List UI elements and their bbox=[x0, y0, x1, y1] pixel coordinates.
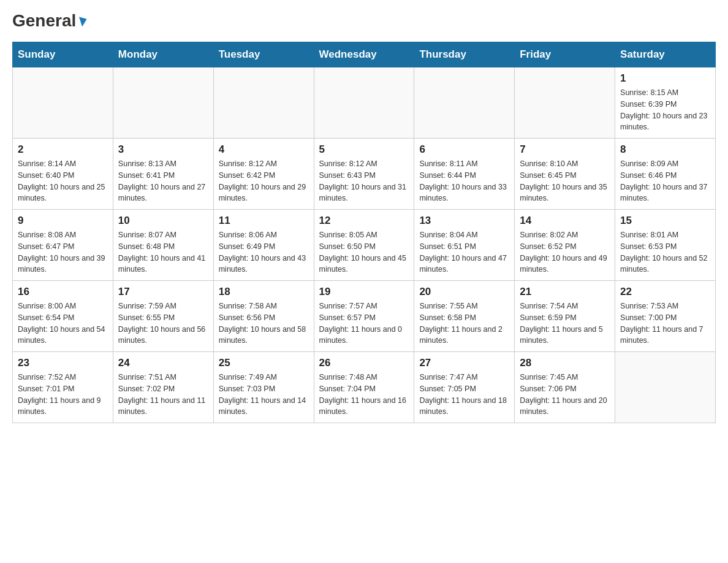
day-info: Sunrise: 8:13 AMSunset: 6:41 PMDaylight:… bbox=[118, 158, 208, 204]
day-number: 22 bbox=[620, 286, 710, 298]
calendar-week-2: 2Sunrise: 8:14 AMSunset: 6:40 PMDaylight… bbox=[13, 139, 716, 210]
calendar-cell: 1Sunrise: 8:15 AMSunset: 6:39 PMDaylight… bbox=[615, 67, 716, 139]
calendar-cell: 25Sunrise: 7:49 AMSunset: 7:03 PMDayligh… bbox=[213, 352, 314, 423]
day-number: 10 bbox=[118, 215, 208, 227]
day-info: Sunrise: 8:15 AMSunset: 6:39 PMDaylight:… bbox=[620, 87, 710, 133]
weekday-thursday: Thursday bbox=[414, 42, 515, 67]
calendar-cell: 28Sunrise: 7:45 AMSunset: 7:06 PMDayligh… bbox=[515, 352, 615, 423]
calendar-cell bbox=[515, 67, 615, 139]
day-number: 4 bbox=[219, 144, 309, 156]
day-info: Sunrise: 8:07 AMSunset: 6:48 PMDaylight:… bbox=[118, 229, 208, 275]
day-info: Sunrise: 8:04 AMSunset: 6:51 PMDaylight:… bbox=[419, 229, 509, 275]
calendar-cell bbox=[113, 67, 213, 139]
calendar-week-3: 9Sunrise: 8:08 AMSunset: 6:47 PMDaylight… bbox=[13, 210, 716, 281]
calendar-cell: 23Sunrise: 7:52 AMSunset: 7:01 PMDayligh… bbox=[13, 352, 113, 423]
logo-general-text: General bbox=[12, 12, 86, 29]
day-number: 18 bbox=[219, 286, 309, 298]
calendar-cell: 19Sunrise: 7:57 AMSunset: 6:57 PMDayligh… bbox=[314, 281, 414, 352]
day-number: 8 bbox=[620, 144, 710, 156]
day-number: 21 bbox=[520, 286, 610, 298]
day-info: Sunrise: 7:53 AMSunset: 7:00 PMDaylight:… bbox=[620, 301, 710, 347]
logo-triangle-icon bbox=[77, 17, 87, 27]
weekday-header-row: SundayMondayTuesdayWednesdayThursdayFrid… bbox=[13, 42, 716, 67]
weekday-wednesday: Wednesday bbox=[314, 42, 414, 67]
calendar-cell: 20Sunrise: 7:55 AMSunset: 6:58 PMDayligh… bbox=[414, 281, 515, 352]
page-header: General bbox=[12, 12, 716, 29]
day-info: Sunrise: 7:59 AMSunset: 6:55 PMDaylight:… bbox=[118, 301, 208, 347]
calendar-week-1: 1Sunrise: 8:15 AMSunset: 6:39 PMDaylight… bbox=[13, 67, 716, 139]
calendar-cell: 4Sunrise: 8:12 AMSunset: 6:42 PMDaylight… bbox=[213, 139, 314, 210]
calendar-table: SundayMondayTuesdayWednesdayThursdayFrid… bbox=[12, 42, 716, 423]
weekday-sunday: Sunday bbox=[13, 42, 113, 67]
day-number: 2 bbox=[18, 144, 108, 156]
day-number: 28 bbox=[520, 357, 610, 369]
calendar-cell: 17Sunrise: 7:59 AMSunset: 6:55 PMDayligh… bbox=[113, 281, 213, 352]
day-number: 26 bbox=[319, 357, 409, 369]
day-info: Sunrise: 7:52 AMSunset: 7:01 PMDaylight:… bbox=[18, 372, 108, 418]
day-number: 14 bbox=[520, 215, 610, 227]
day-info: Sunrise: 8:08 AMSunset: 6:47 PMDaylight:… bbox=[18, 229, 108, 275]
day-number: 17 bbox=[118, 286, 208, 298]
day-info: Sunrise: 8:01 AMSunset: 6:53 PMDaylight:… bbox=[620, 229, 710, 275]
day-info: Sunrise: 8:14 AMSunset: 6:40 PMDaylight:… bbox=[18, 158, 108, 204]
day-number: 11 bbox=[219, 215, 309, 227]
calendar-cell: 10Sunrise: 8:07 AMSunset: 6:48 PMDayligh… bbox=[113, 210, 213, 281]
day-info: Sunrise: 7:48 AMSunset: 7:04 PMDaylight:… bbox=[319, 372, 409, 418]
calendar-header: SundayMondayTuesdayWednesdayThursdayFrid… bbox=[13, 42, 716, 67]
calendar-cell: 2Sunrise: 8:14 AMSunset: 6:40 PMDaylight… bbox=[13, 139, 113, 210]
weekday-tuesday: Tuesday bbox=[213, 42, 314, 67]
calendar-cell: 16Sunrise: 8:00 AMSunset: 6:54 PMDayligh… bbox=[13, 281, 113, 352]
day-number: 19 bbox=[319, 286, 409, 298]
calendar-cell: 9Sunrise: 8:08 AMSunset: 6:47 PMDaylight… bbox=[13, 210, 113, 281]
calendar-cell: 3Sunrise: 8:13 AMSunset: 6:41 PMDaylight… bbox=[113, 139, 213, 210]
day-number: 20 bbox=[419, 286, 509, 298]
day-info: Sunrise: 8:05 AMSunset: 6:50 PMDaylight:… bbox=[319, 229, 409, 275]
day-info: Sunrise: 8:12 AMSunset: 6:43 PMDaylight:… bbox=[319, 158, 409, 204]
calendar-cell: 7Sunrise: 8:10 AMSunset: 6:45 PMDaylight… bbox=[515, 139, 615, 210]
day-number: 23 bbox=[18, 357, 108, 369]
calendar-cell: 27Sunrise: 7:47 AMSunset: 7:05 PMDayligh… bbox=[414, 352, 515, 423]
day-info: Sunrise: 7:54 AMSunset: 6:59 PMDaylight:… bbox=[520, 301, 610, 347]
calendar-cell bbox=[314, 67, 414, 139]
calendar-cell: 8Sunrise: 8:09 AMSunset: 6:46 PMDaylight… bbox=[615, 139, 716, 210]
day-number: 5 bbox=[319, 144, 409, 156]
calendar-body: 1Sunrise: 8:15 AMSunset: 6:39 PMDaylight… bbox=[13, 67, 716, 423]
calendar-cell: 11Sunrise: 8:06 AMSunset: 6:49 PMDayligh… bbox=[213, 210, 314, 281]
day-info: Sunrise: 7:47 AMSunset: 7:05 PMDaylight:… bbox=[419, 372, 509, 418]
day-info: Sunrise: 7:51 AMSunset: 7:02 PMDaylight:… bbox=[118, 372, 208, 418]
calendar-cell: 15Sunrise: 8:01 AMSunset: 6:53 PMDayligh… bbox=[615, 210, 716, 281]
calendar-cell: 22Sunrise: 7:53 AMSunset: 7:00 PMDayligh… bbox=[615, 281, 716, 352]
day-info: Sunrise: 8:06 AMSunset: 6:49 PMDaylight:… bbox=[219, 229, 309, 275]
calendar-cell: 13Sunrise: 8:04 AMSunset: 6:51 PMDayligh… bbox=[414, 210, 515, 281]
calendar-week-4: 16Sunrise: 8:00 AMSunset: 6:54 PMDayligh… bbox=[13, 281, 716, 352]
logo: General bbox=[12, 12, 86, 29]
day-number: 27 bbox=[419, 357, 509, 369]
day-info: Sunrise: 7:49 AMSunset: 7:03 PMDaylight:… bbox=[219, 372, 309, 418]
day-number: 12 bbox=[319, 215, 409, 227]
calendar-cell bbox=[13, 67, 113, 139]
weekday-saturday: Saturday bbox=[615, 42, 716, 67]
calendar-cell bbox=[615, 352, 716, 423]
day-number: 15 bbox=[620, 215, 710, 227]
day-info: Sunrise: 8:12 AMSunset: 6:42 PMDaylight:… bbox=[219, 158, 309, 204]
day-info: Sunrise: 8:09 AMSunset: 6:46 PMDaylight:… bbox=[620, 158, 710, 204]
weekday-friday: Friday bbox=[515, 42, 615, 67]
day-number: 1 bbox=[620, 72, 710, 85]
day-info: Sunrise: 7:45 AMSunset: 7:06 PMDaylight:… bbox=[520, 372, 610, 418]
day-number: 9 bbox=[18, 215, 108, 227]
day-number: 25 bbox=[219, 357, 309, 369]
day-info: Sunrise: 7:58 AMSunset: 6:56 PMDaylight:… bbox=[219, 301, 309, 347]
calendar-week-5: 23Sunrise: 7:52 AMSunset: 7:01 PMDayligh… bbox=[13, 352, 716, 423]
calendar-cell bbox=[213, 67, 314, 139]
calendar-cell: 5Sunrise: 8:12 AMSunset: 6:43 PMDaylight… bbox=[314, 139, 414, 210]
day-info: Sunrise: 7:57 AMSunset: 6:57 PMDaylight:… bbox=[319, 301, 409, 347]
calendar-cell: 21Sunrise: 7:54 AMSunset: 6:59 PMDayligh… bbox=[515, 281, 615, 352]
day-number: 16 bbox=[18, 286, 108, 298]
day-info: Sunrise: 8:11 AMSunset: 6:44 PMDaylight:… bbox=[419, 158, 509, 204]
calendar-cell: 24Sunrise: 7:51 AMSunset: 7:02 PMDayligh… bbox=[113, 352, 213, 423]
day-number: 6 bbox=[419, 144, 509, 156]
calendar-cell: 12Sunrise: 8:05 AMSunset: 6:50 PMDayligh… bbox=[314, 210, 414, 281]
day-info: Sunrise: 8:00 AMSunset: 6:54 PMDaylight:… bbox=[18, 301, 108, 347]
calendar-cell: 14Sunrise: 8:02 AMSunset: 6:52 PMDayligh… bbox=[515, 210, 615, 281]
calendar-cell: 6Sunrise: 8:11 AMSunset: 6:44 PMDaylight… bbox=[414, 139, 515, 210]
